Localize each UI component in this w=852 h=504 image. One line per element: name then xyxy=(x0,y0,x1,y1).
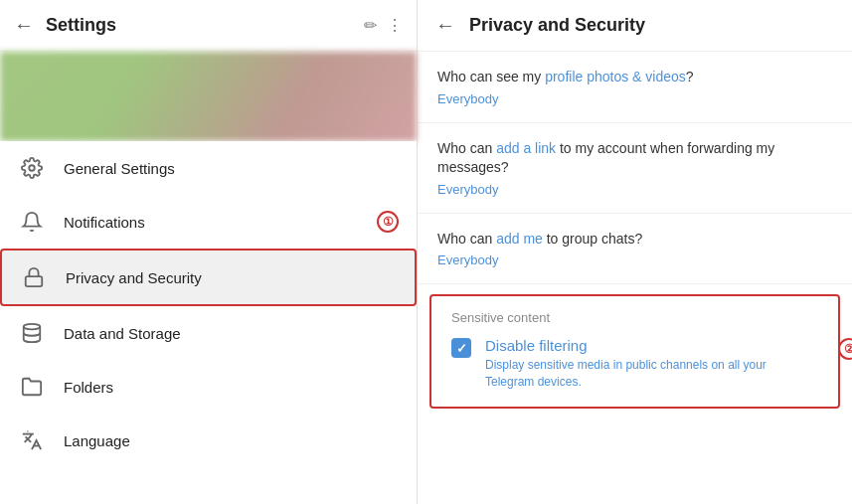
svg-rect-1 xyxy=(26,276,43,286)
profile-photos-value: Everybody xyxy=(437,91,832,106)
sidebar-item-folders[interactable]: Folders xyxy=(0,360,417,414)
sensitive-content-section: Sensitive content ✓ Disable filtering Di… xyxy=(429,294,840,409)
svg-point-0 xyxy=(29,165,35,171)
folder-icon xyxy=(18,373,46,401)
profile-photos-question: Who can see my profile photos & videos? xyxy=(437,68,832,87)
disable-filtering-content: Disable filtering Display sensitive medi… xyxy=(485,337,818,391)
forwarding-row[interactable]: Who can add a link to my account when fo… xyxy=(418,123,852,214)
disable-filtering-desc: Display sensitive media in public channe… xyxy=(485,357,818,391)
more-button[interactable]: ⋮ xyxy=(387,16,403,35)
notifications-label: Notifications xyxy=(64,214,377,231)
translate-icon xyxy=(18,426,46,454)
notifications-badge: ① xyxy=(377,211,399,233)
sidebar-item-notifications[interactable]: Notifications ① xyxy=(0,195,417,249)
sensitive-section-title: Sensitive content xyxy=(451,310,818,325)
privacy-security-label: Privacy and Security xyxy=(66,269,397,286)
sidebar-item-privacy[interactable]: Privacy and Security xyxy=(0,249,417,306)
general-settings-label: General Settings xyxy=(64,160,399,177)
forwarding-question: Who can add a link to my account when fo… xyxy=(437,139,832,178)
group-chats-row[interactable]: Who can add me to group chats? Everybody xyxy=(418,214,852,285)
disable-filtering-title: Disable filtering xyxy=(485,337,818,354)
right-back-button[interactable]: ← xyxy=(435,14,455,37)
left-header: ← Settings ✏ ⋮ xyxy=(0,0,417,52)
left-title: Settings xyxy=(46,15,354,36)
left-panel: ← Settings ✏ ⋮ General Settings xyxy=(0,0,418,504)
menu-list: General Settings Notifications ① Privacy… xyxy=(0,141,417,504)
group-chats-value: Everybody xyxy=(437,252,832,267)
svg-point-2 xyxy=(24,324,41,330)
database-icon xyxy=(18,319,46,347)
lock-icon xyxy=(20,263,48,291)
folders-label: Folders xyxy=(64,379,399,396)
bell-icon xyxy=(18,208,46,236)
left-back-button[interactable]: ← xyxy=(14,14,34,37)
group-chats-question: Who can add me to group chats? xyxy=(437,230,832,250)
sidebar-item-general[interactable]: General Settings xyxy=(0,141,417,195)
right-header: ← Privacy and Security xyxy=(418,0,852,52)
right-title: Privacy and Security xyxy=(469,15,645,36)
profile-photos-row[interactable]: Who can see my profile photos & videos? … xyxy=(418,52,852,123)
sidebar-item-language[interactable]: Language xyxy=(0,414,417,467)
forwarding-value: Everybody xyxy=(437,182,832,197)
edit-button[interactable]: ✏ xyxy=(364,16,377,35)
profile-banner xyxy=(0,52,417,141)
sensitive-badge: ② xyxy=(838,338,852,360)
data-storage-label: Data and Storage xyxy=(64,325,399,342)
language-label: Language xyxy=(64,432,399,449)
disable-filtering-checkbox[interactable]: ✓ xyxy=(451,338,471,358)
right-panel: ← Privacy and Security Who can see my pr… xyxy=(418,0,852,504)
right-content: Who can see my profile photos & videos? … xyxy=(418,52,852,504)
gear-icon xyxy=(18,154,46,182)
sidebar-item-data[interactable]: Data and Storage xyxy=(0,306,417,360)
disable-filtering-item: ✓ Disable filtering Display sensitive me… xyxy=(451,337,818,391)
